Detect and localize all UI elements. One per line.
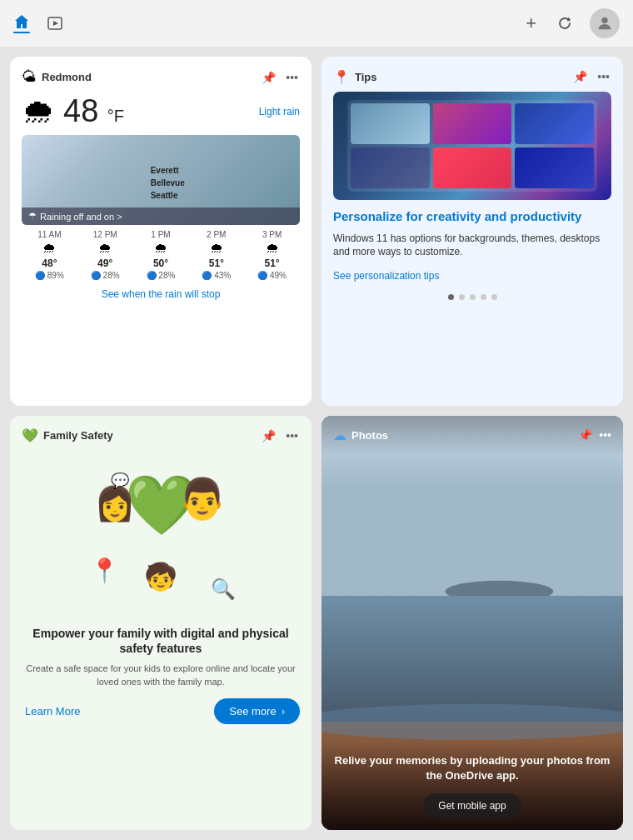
see-more-label: See more bbox=[229, 705, 276, 718]
family-actions: 📌 ••• bbox=[260, 428, 300, 444]
photos-headline: Relive your memories by uploading your p… bbox=[333, 753, 611, 783]
dot-5[interactable] bbox=[491, 294, 497, 300]
dot-2[interactable] bbox=[459, 294, 465, 300]
home-button[interactable] bbox=[13, 13, 30, 33]
map-cities: Everett Bellevue Seattle bbox=[151, 164, 185, 202]
weather-map: Everett Bellevue Seattle ☂ Raining off a… bbox=[22, 135, 300, 225]
weather-pin-button[interactable]: 📌 bbox=[260, 69, 277, 86]
tips-thumb-6 bbox=[515, 148, 594, 188]
hour-item-0: 11 AM 🌧 48° 🔵 89% bbox=[22, 230, 77, 280]
tips-thumb-4 bbox=[351, 148, 430, 188]
family-pin-button[interactable]: 📌 bbox=[260, 428, 277, 444]
family-title: Family Safety bbox=[43, 429, 113, 442]
tips-title: Tips bbox=[355, 71, 377, 83]
weather-more-button[interactable]: ••• bbox=[284, 69, 300, 86]
home-active-indicator bbox=[13, 32, 30, 33]
learn-more-button[interactable]: Learn More bbox=[22, 702, 83, 721]
tips-thumb-5 bbox=[433, 148, 512, 188]
dot-3[interactable] bbox=[470, 294, 476, 300]
weather-detail-link[interactable]: See when the rain will stop bbox=[22, 288, 300, 300]
weather-header: 🌤 Redmond 📌 ••• bbox=[22, 68, 300, 86]
home-icon bbox=[13, 13, 30, 30]
topbar: + bbox=[0, 0, 633, 47]
rain-banner[interactable]: ☂ Raining off and on > bbox=[22, 208, 300, 225]
weather-description: Light rain bbox=[132, 106, 300, 118]
photos-title: Photos bbox=[351, 429, 388, 442]
tips-personalize-link[interactable]: See personalization tips bbox=[333, 270, 439, 282]
photos-pin-button[interactable]: 📌 bbox=[578, 428, 592, 442]
tips-more-button[interactable]: ••• bbox=[596, 68, 611, 85]
svg-point-7 bbox=[321, 704, 623, 740]
family-more-button[interactable]: ••• bbox=[284, 428, 300, 444]
tips-logo-icon: 📍 bbox=[333, 69, 350, 85]
family-illustration-container: 💚 👩 👨 🧒 📍 🔍 💬 bbox=[22, 451, 300, 618]
tips-thumb-1 bbox=[351, 103, 430, 144]
photos-content: Relive your memories by uploading your p… bbox=[321, 742, 623, 830]
refresh-icon bbox=[556, 15, 573, 32]
family-logo-icon: 💚 bbox=[22, 428, 38, 443]
refresh-button[interactable] bbox=[553, 12, 576, 35]
svg-marker-1 bbox=[53, 21, 58, 26]
photos-actions: 📌 ••• bbox=[578, 428, 611, 442]
tips-thumbnails bbox=[347, 100, 598, 192]
city-everett: Everett bbox=[151, 164, 185, 177]
family-footer: Learn More See more › bbox=[22, 698, 300, 724]
tips-pin-button[interactable]: 📌 bbox=[571, 68, 589, 85]
family-chat-icon: 💬 bbox=[111, 472, 129, 490]
see-more-button[interactable]: See more › bbox=[214, 698, 300, 724]
family-search-icon: 🔍 bbox=[211, 578, 236, 601]
dot-1[interactable] bbox=[448, 294, 454, 300]
rain-banner-icon: ☂ bbox=[28, 211, 37, 222]
dot-4[interactable] bbox=[481, 294, 486, 300]
rain-banner-text: Raining off and on > bbox=[40, 212, 122, 222]
topbar-left bbox=[13, 12, 67, 35]
family-pin-icon: 📍 bbox=[90, 557, 119, 584]
city-seattle: Seattle bbox=[151, 189, 185, 202]
widget-grid: 🌤 Redmond 📌 ••• 🌧 48 °F Light rain Evere… bbox=[0, 47, 633, 840]
svg-point-2 bbox=[601, 18, 607, 23]
tips-pagination-dots bbox=[333, 294, 611, 300]
family-body: Create a safe space for your kids to exp… bbox=[22, 662, 300, 688]
add-button[interactable]: + bbox=[522, 9, 540, 38]
tips-body: Windows 11 has options for backgrounds, … bbox=[333, 232, 611, 260]
hour-item-1: 12 PM 🌧 49° 🔵 28% bbox=[77, 230, 133, 280]
avatar-icon bbox=[596, 14, 614, 32]
photos-header: ☁ Photos 📌 ••• bbox=[321, 416, 623, 455]
tips-title-row: 📍 Tips bbox=[333, 69, 377, 85]
family-person2-icon: 👨 bbox=[177, 476, 227, 522]
topbar-right: + bbox=[522, 8, 620, 38]
family-safety-widget: 💚 Family Safety 📌 ••• 💚 👩 👨 🧒 📍 🔍 💬 Empo… bbox=[10, 416, 312, 830]
see-more-arrow-icon: › bbox=[282, 705, 285, 718]
tips-widget: 📍 Tips 📌 ••• Personalize for creativity … bbox=[321, 57, 623, 406]
city-bellevue: Bellevue bbox=[151, 177, 185, 189]
tips-thumb-3 bbox=[515, 103, 594, 144]
weather-widget: 🌤 Redmond 📌 ••• 🌧 48 °F Light rain Evere… bbox=[10, 57, 312, 406]
photos-cloud-icon: ☁ bbox=[333, 428, 346, 443]
tips-header: 📍 Tips 📌 ••• bbox=[333, 68, 611, 85]
weather-title: Redmond bbox=[42, 71, 92, 83]
media-icon bbox=[47, 15, 63, 32]
photos-more-button[interactable]: ••• bbox=[599, 428, 611, 442]
weather-actions: 📌 ••• bbox=[260, 69, 300, 86]
family-headline: Empower your family with digital and phy… bbox=[22, 626, 300, 656]
photos-widget: ☁ Photos 📌 ••• Relive your memories by u… bbox=[321, 416, 623, 830]
media-button[interactable] bbox=[43, 12, 67, 35]
hour-item-3: 2 PM 🌧 51° 🔵 43% bbox=[188, 230, 244, 280]
temp-value: 48 bbox=[63, 93, 98, 128]
photos-title-row: ☁ Photos bbox=[333, 428, 388, 443]
tips-headline: Personalize for creativity and productiv… bbox=[333, 208, 611, 225]
weather-logo-icon: 🌤 bbox=[22, 68, 37, 86]
tips-thumb-2 bbox=[433, 103, 512, 144]
family-header: 💚 Family Safety 📌 ••• bbox=[22, 428, 300, 444]
weather-cloud-icon: 🌧 bbox=[22, 92, 55, 130]
weather-main: 🌧 48 °F Light rain bbox=[22, 92, 300, 130]
family-title-row: 💚 Family Safety bbox=[22, 428, 113, 443]
tips-image bbox=[333, 92, 611, 200]
family-person3-icon: 🧒 bbox=[144, 561, 177, 592]
user-avatar[interactable] bbox=[590, 8, 620, 38]
hour-item-2: 1 PM 🌧 50° 🔵 28% bbox=[133, 230, 189, 280]
weather-temperature: 48 °F bbox=[63, 93, 124, 129]
get-mobile-app-button[interactable]: Get mobile app bbox=[423, 793, 521, 818]
hour-item-4: 3 PM 🌧 51° 🔵 49% bbox=[244, 230, 300, 280]
temp-unit: °F bbox=[107, 107, 124, 125]
